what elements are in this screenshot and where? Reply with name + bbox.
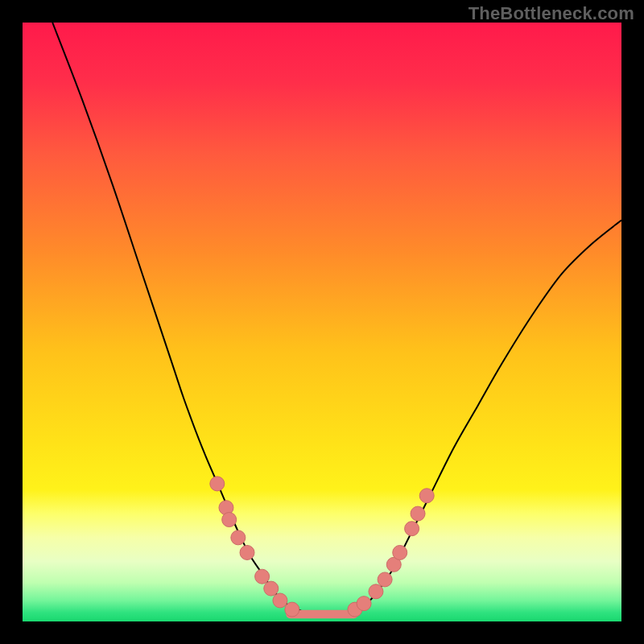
curve-marker: [378, 572, 392, 587]
curve-marker: [357, 597, 371, 611]
curve-marker: [255, 569, 270, 584]
curve-marker: [369, 584, 383, 599]
watermark-text: TheBottleneck.com: [469, 3, 634, 24]
gradient-background: [23, 23, 621, 621]
curve-marker: [411, 506, 425, 521]
chart-svg: [23, 23, 621, 621]
curve-marker: [231, 530, 246, 545]
curve-marker: [210, 477, 225, 491]
curve-marker: [273, 593, 287, 608]
curve-marker: [393, 545, 407, 559]
curve-marker: [240, 545, 254, 559]
curve-marker: [405, 522, 419, 536]
outer-frame: TheBottleneck.com: [0, 0, 644, 644]
curve-marker: [285, 602, 299, 617]
curve-marker: [419, 489, 434, 503]
curve-marker: [222, 513, 237, 527]
curve-marker: [264, 581, 279, 596]
plot-area: [23, 23, 621, 621]
